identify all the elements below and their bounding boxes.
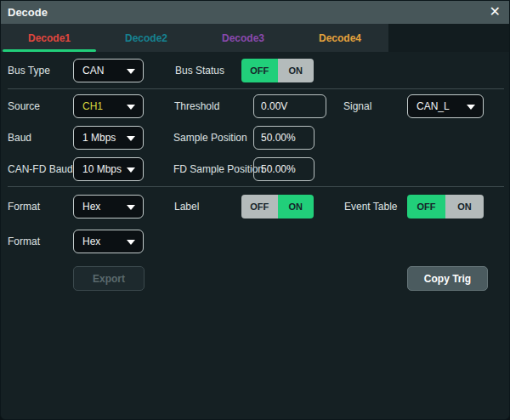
source-dropdown[interactable]: CH1 [73,94,144,118]
chevron-down-icon [127,167,135,173]
event-table-toggle[interactable]: OFF ON [407,195,484,219]
decode-dialog: Decode ✕ Decode1 Decode2 Decode3 Decode4… [0,0,510,420]
label-off[interactable]: OFF [241,195,278,219]
export-button[interactable]: Export [73,266,144,291]
event-table-label: Event Table [344,195,398,219]
baud-dropdown[interactable]: 1 Mbps [73,126,144,150]
title-bar: Decode ✕ [1,1,510,24]
canfd-baud-dropdown[interactable]: 10 Mbps [73,157,144,181]
tab-decode4[interactable]: Decode4 [292,24,388,52]
fd-sample-position-label: FD Sample Position [173,157,264,181]
chevron-down-icon [127,205,135,210]
tab-decode3[interactable]: Decode3 [195,24,292,52]
canfd-baud-label: CAN-FD Baud [8,157,73,181]
event-table-off[interactable]: OFF [407,195,445,219]
format2-dropdown[interactable]: Hex [73,230,144,253]
bus-type-label: Bus Type [8,59,50,82]
bus-status-off[interactable]: OFF [241,59,278,82]
format-value: Hex [82,201,100,213]
label-toggle-label: Label [174,195,199,219]
canfd-baud-value: 10 Mbps [82,163,122,175]
chevron-down-icon [127,69,135,74]
copy-trig-button[interactable]: Copy Trig [407,266,488,291]
divider [8,88,504,89]
label-toggle[interactable]: OFF ON [241,195,314,219]
source-label: Source [8,94,40,118]
signal-dropdown[interactable]: CAN_L [407,94,484,118]
divider [8,186,504,187]
tab-decode1[interactable]: Decode1 [1,24,98,52]
sample-position-input[interactable] [253,126,314,150]
format-label: Format [8,195,40,219]
chevron-down-icon [127,136,135,141]
signal-label: Signal [343,94,371,118]
tab-decode2[interactable]: Decode2 [98,24,195,52]
threshold-label: Threshold [174,94,219,118]
baud-value: 1 Mbps [82,132,116,144]
format-dropdown[interactable]: Hex [73,195,144,219]
bus-type-dropdown[interactable]: CAN [73,59,144,82]
close-icon[interactable]: ✕ [490,1,501,23]
bus-status-on[interactable]: ON [278,59,314,82]
dialog-title: Decode [8,1,48,24]
label-on[interactable]: ON [278,195,314,219]
fd-sample-position-input[interactable] [253,157,314,181]
bus-type-value: CAN [82,65,104,77]
event-table-on[interactable]: ON [445,195,484,219]
baud-label: Baud [8,126,31,150]
chevron-down-icon [127,240,135,245]
chevron-down-icon [127,105,135,110]
threshold-input[interactable] [253,94,326,118]
tab-group: Decode1 Decode2 Decode3 Decode4 [1,24,388,52]
bus-status-label: Bus Status [175,59,224,82]
format2-label: Format [8,230,40,253]
source-value: CH1 [82,100,103,112]
signal-value: CAN_L [416,100,450,112]
tab-strip: Decode1 Decode2 Decode3 Decode4 [1,24,510,52]
chevron-down-icon [467,105,475,110]
sample-position-label: Sample Position [173,126,247,150]
format2-value: Hex [82,236,100,247]
bus-status-toggle[interactable]: OFF ON [241,59,314,82]
